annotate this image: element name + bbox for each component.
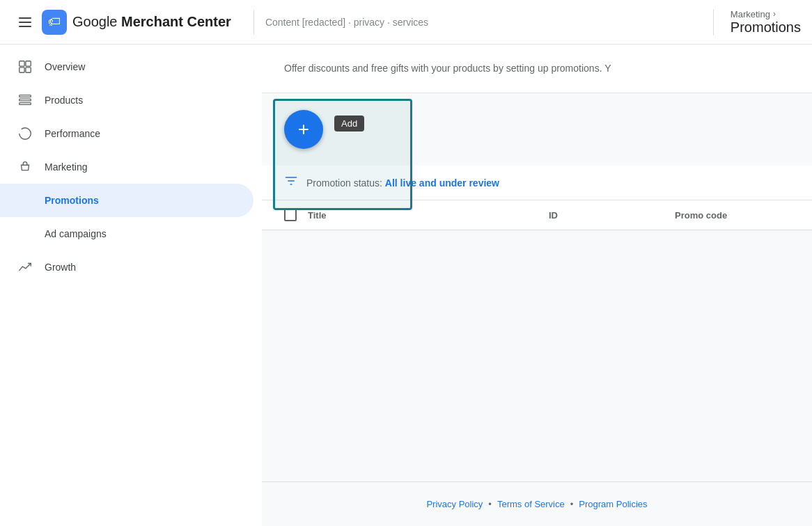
empty-table-area xyxy=(262,230,812,481)
breadcrumb-current: Promotions xyxy=(731,19,801,35)
svg-rect-3 xyxy=(26,67,31,72)
performance-icon xyxy=(17,125,33,142)
sidebar-item-products[interactable]: Products xyxy=(0,83,253,117)
add-tooltip: Add xyxy=(334,115,364,132)
add-promotion-button[interactable]: + xyxy=(284,110,323,149)
hamburger-icon xyxy=(19,17,31,27)
ad-campaigns-label: Ad campaigns xyxy=(45,228,107,239)
breadcrumb: Marketing › Promotions xyxy=(731,9,801,35)
terms-of-service-link[interactable]: Terms of Service xyxy=(497,499,565,509)
plus-icon: + xyxy=(298,120,309,139)
col-id-header: ID xyxy=(549,210,664,221)
col-title-header: Title xyxy=(308,210,538,221)
products-icon xyxy=(17,92,33,109)
promotions-label: Promotions xyxy=(45,195,99,206)
overview-icon xyxy=(17,58,33,75)
svg-rect-5 xyxy=(19,99,31,101)
add-section: + Add xyxy=(262,93,812,166)
marketing-icon xyxy=(17,159,33,175)
select-all-checkbox[interactable] xyxy=(284,209,297,221)
products-label: Products xyxy=(45,95,83,106)
svg-rect-4 xyxy=(19,95,31,97)
sidebar-item-promotions[interactable]: Promotions xyxy=(0,184,253,217)
header-right: Marketing › Promotions xyxy=(713,9,801,35)
growth-label: Growth xyxy=(45,262,76,273)
add-card-wrapper: + Add xyxy=(284,110,323,149)
footer: Privacy Policy • Terms of Service • Prog… xyxy=(262,481,812,526)
main-layout: Overview Products Performance xyxy=(0,45,812,526)
breadcrumb-parent[interactable]: Marketing › xyxy=(731,9,801,19)
separator-1: • xyxy=(488,499,492,509)
growth-icon xyxy=(17,259,33,276)
menu-button[interactable] xyxy=(11,8,39,36)
program-policies-link[interactable]: Program Policies xyxy=(579,499,647,509)
privacy-policy-link[interactable]: Privacy Policy xyxy=(426,499,483,509)
sidebar-item-performance[interactable]: Performance xyxy=(0,117,253,150)
svg-point-7 xyxy=(19,128,31,140)
chevron-right-icon: › xyxy=(773,9,776,19)
sidebar: Overview Products Performance xyxy=(0,45,262,526)
svg-rect-1 xyxy=(26,61,31,66)
header-divider xyxy=(253,10,254,35)
overview-label: Overview xyxy=(45,61,85,72)
svg-rect-6 xyxy=(19,103,31,105)
account-info: Content [redacted] · privacy · services xyxy=(265,17,702,28)
app-header: Google Merchant Center Content [redacted… xyxy=(0,0,812,45)
app-logo: Google Merchant Center xyxy=(42,10,231,35)
app-title: Google Merchant Center xyxy=(72,14,231,30)
main-content: Offer discounts and free gifts with your… xyxy=(262,45,812,526)
sidebar-item-ad-campaigns[interactable]: Ad campaigns xyxy=(0,217,253,250)
marketing-label: Marketing xyxy=(45,161,87,173)
sidebar-item-growth[interactable]: Growth xyxy=(0,250,253,284)
separator-2: • xyxy=(570,499,574,509)
performance-label: Performance xyxy=(45,128,100,139)
info-banner: Offer discounts and free gifts with your… xyxy=(262,45,812,93)
sidebar-item-overview[interactable]: Overview xyxy=(0,50,253,83)
svg-rect-0 xyxy=(19,61,24,66)
svg-rect-2 xyxy=(19,67,24,72)
merchant-center-icon xyxy=(42,10,67,35)
sidebar-item-marketing[interactable]: Marketing xyxy=(0,150,253,184)
col-promo-header: Promo code xyxy=(675,210,790,221)
